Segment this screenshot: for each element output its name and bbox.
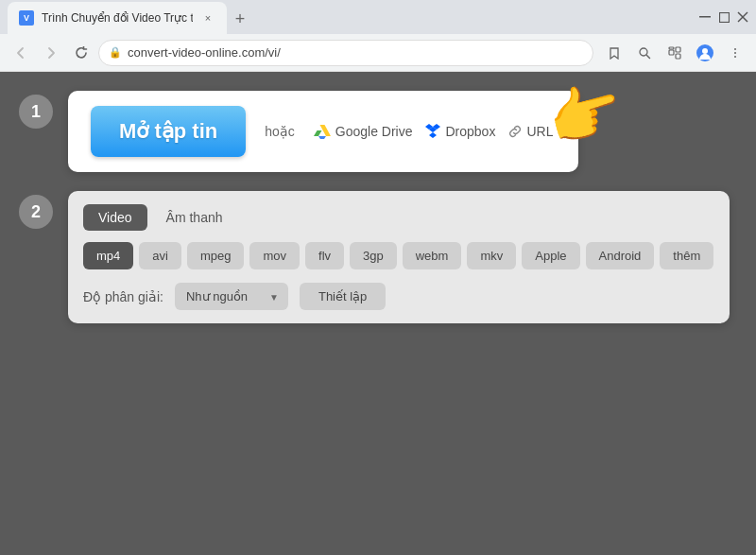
svg-rect-7 (676, 47, 680, 52)
hand-pointer: 👉 (541, 72, 654, 176)
step1-card: Mở tập tin hoặc Google Drive (68, 91, 578, 172)
step2-number: 2 (19, 195, 53, 229)
resolution-select-wrapper: Như nguồn (175, 283, 288, 310)
reload-button[interactable] (68, 40, 94, 66)
google-drive-label: Google Drive (335, 124, 413, 139)
dropbox-option[interactable]: Dropbox (425, 124, 495, 139)
svg-rect-1 (719, 12, 729, 22)
browser-frame: V Trình Chuyển đổi Video Trực tuy... × + (0, 0, 756, 555)
video-tab[interactable]: Video (83, 204, 147, 231)
extensions-icon[interactable] (662, 40, 688, 66)
svg-marker-17 (318, 136, 326, 139)
close-button[interactable] (737, 11, 748, 23)
tab-close-btn[interactable]: × (200, 10, 215, 26)
google-drive-option[interactable]: Google Drive (314, 124, 413, 139)
forward-button[interactable] (38, 40, 64, 66)
svg-rect-9 (669, 47, 674, 49)
resolution-row: Độ phân giải: Như nguồn Thiết lập (83, 283, 714, 310)
svg-rect-6 (669, 50, 674, 55)
profile-icon[interactable] (692, 40, 718, 66)
title-bar: V Trình Chuyển đổi Video Trực tuy... × + (0, 0, 756, 34)
resolution-select[interactable]: Như nguồn (175, 283, 288, 310)
active-tab[interactable]: V Trình Chuyển đổi Video Trực tuy... × (8, 2, 227, 34)
format-list: mp4 avi mpeg mov flv 3gp webm mkv Apple … (83, 242, 714, 269)
menu-icon[interactable] (722, 40, 748, 66)
format-mpeg[interactable]: mpeg (187, 242, 245, 269)
url-icon (508, 125, 522, 138)
navigation-bar: 🔒 convert-video-online.com/vi/ (0, 34, 756, 72)
format-more[interactable]: thêm (660, 242, 713, 269)
url-text: convert-video-online.com/vi/ (128, 45, 583, 60)
cloud-options: Google Drive Dropbox (314, 124, 554, 139)
svg-point-11 (702, 48, 708, 54)
svg-marker-16 (314, 130, 322, 136)
step1-number: 1 (19, 95, 53, 129)
toolbar-icons (601, 40, 748, 66)
lock-icon: 🔒 (109, 46, 122, 59)
svg-line-5 (647, 55, 650, 58)
google-drive-icon (314, 124, 331, 139)
step2-card: Video Âm thanh mp4 avi mpeg mov flv 3gp … (68, 191, 730, 323)
address-bar[interactable]: 🔒 convert-video-online.com/vi/ (98, 40, 593, 66)
page-content: 1 Mở tập tin hoặc Google Drive (0, 72, 756, 555)
svg-point-4 (640, 48, 647, 56)
step2-row: 2 Video Âm thanh mp4 avi mpeg mov flv 3g… (19, 191, 737, 323)
tab-favicon: V (19, 10, 34, 26)
format-flv[interactable]: flv (305, 242, 344, 269)
format-webm[interactable]: webm (403, 242, 462, 269)
new-tab-button[interactable]: + (227, 6, 253, 32)
svg-rect-0 (699, 16, 711, 18)
back-button[interactable] (8, 40, 34, 66)
settings-button[interactable]: Thiết lập (300, 283, 386, 310)
bookmark-icon[interactable] (601, 40, 627, 66)
svg-point-12 (734, 48, 736, 50)
format-mp4[interactable]: mp4 (83, 242, 133, 269)
step1-row: 1 Mở tập tin hoặc Google Drive (19, 91, 737, 172)
dropbox-icon (425, 124, 440, 139)
format-mkv[interactable]: mkv (467, 242, 516, 269)
tab-title: Trình Chuyển đổi Video Trực tuy... (42, 11, 193, 25)
svg-point-13 (734, 52, 736, 54)
format-apple[interactable]: Apple (522, 242, 579, 269)
audio-tab[interactable]: Âm thanh (151, 204, 238, 231)
format-3gp[interactable]: 3gp (350, 242, 397, 269)
format-avi[interactable]: avi (139, 242, 181, 269)
svg-rect-8 (676, 54, 680, 59)
dropbox-label: Dropbox (445, 124, 495, 139)
format-tabs: Video Âm thanh (83, 204, 714, 231)
maximize-button[interactable] (718, 11, 730, 23)
svg-point-14 (734, 56, 736, 58)
format-mov[interactable]: mov (249, 242, 300, 269)
search-icon[interactable] (631, 40, 658, 66)
tab-area: V Trình Chuyển đổi Video Trực tuy... × + (8, 0, 699, 34)
window-controls (699, 11, 748, 23)
or-text: hoặc (265, 124, 295, 139)
format-android[interactable]: Android (586, 242, 655, 269)
minimize-button[interactable] (699, 11, 711, 23)
resolution-label: Độ phân giải: (83, 289, 163, 304)
url-option[interactable]: URL (508, 124, 553, 139)
open-file-button[interactable]: Mở tập tin (91, 106, 246, 157)
